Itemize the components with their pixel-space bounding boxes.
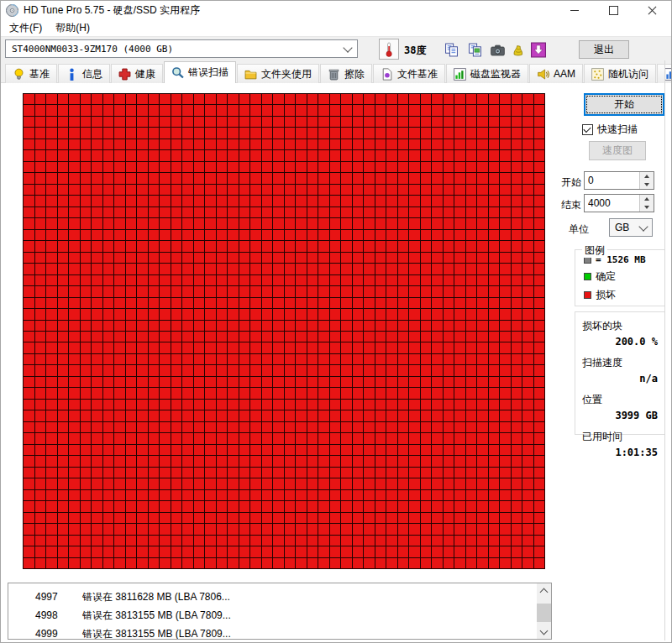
- scan-block: [522, 94, 533, 104]
- scan-block: [194, 185, 205, 195]
- scan-block: [330, 524, 341, 534]
- scan-block: [421, 468, 432, 478]
- minimize-icon: [570, 10, 579, 11]
- scan-block: [92, 230, 102, 240]
- scan-block: [341, 422, 352, 432]
- scan-block: [35, 105, 46, 115]
- scan-block: [341, 196, 352, 206]
- scan-block: [103, 400, 114, 410]
- tab-folder-usage[interactable]: 文件夹使用: [237, 64, 319, 83]
- copy-text-button[interactable]: [441, 40, 461, 60]
- scan-block: [296, 207, 307, 217]
- scan-block: [194, 501, 205, 511]
- scan-block: [273, 128, 284, 138]
- scan-block: [534, 321, 545, 331]
- scan-block: [160, 365, 171, 375]
- tab-benchmark[interactable]: 基准: [5, 64, 57, 83]
- scan-block: [262, 546, 273, 557]
- tab-aam[interactable]: AAM: [529, 64, 583, 83]
- close-button[interactable]: [633, 1, 671, 19]
- scan-block: [353, 433, 364, 443]
- scan-block: [160, 354, 171, 364]
- scroll-up-button[interactable]: [537, 583, 551, 598]
- scan-block: [273, 410, 284, 421]
- update-button[interactable]: [528, 40, 549, 60]
- drive-select[interactable]: ST4000NM0033-9ZM170 (4000 GB): [5, 39, 358, 58]
- unit-dropdown[interactable]: GB: [609, 218, 653, 237]
- log-scrollbar[interactable]: [537, 583, 551, 639]
- temperature-button[interactable]: [379, 39, 399, 60]
- random-access-icon: [591, 68, 604, 81]
- exit-button[interactable]: 退出: [579, 40, 629, 59]
- donate-button[interactable]: [508, 40, 528, 60]
- scan-block: [273, 207, 284, 217]
- menu-file[interactable]: 文件(F): [3, 19, 49, 37]
- screenshot-button[interactable]: [487, 40, 507, 60]
- scan-block: [330, 321, 341, 331]
- scan-block: [58, 445, 69, 455]
- scan-block: [58, 275, 69, 285]
- scan-block: [330, 501, 341, 511]
- scan-block: [285, 456, 296, 466]
- scan-block: [296, 321, 307, 331]
- scan-block: [489, 524, 500, 534]
- scan-block: [386, 354, 397, 364]
- scan-grid[interactable]: [23, 93, 545, 569]
- spin-down-button[interactable]: [640, 180, 654, 189]
- speed-map-button[interactable]: 速度图: [589, 141, 646, 160]
- scan-block: [285, 513, 296, 523]
- start-position-input[interactable]: [585, 172, 639, 189]
- tab-random-access[interactable]: 随机访问: [584, 64, 656, 83]
- maximize-button[interactable]: [594, 1, 633, 19]
- scan-block: [103, 478, 114, 489]
- spin-down-button[interactable]: [640, 203, 654, 212]
- log-row[interactable]: 4997错误在 3811628 MB (LBA 7806...: [8, 588, 537, 606]
- scan-block: [171, 128, 182, 138]
- scan-block: [137, 365, 148, 375]
- tab-file-benchmark[interactable]: 文件基准: [373, 64, 445, 83]
- scan-block: [454, 230, 465, 240]
- scroll-down-button[interactable]: [537, 625, 551, 639]
- tab-erase[interactable]: 擦除: [320, 64, 372, 83]
- info-icon: [66, 68, 78, 81]
- scan-block: [250, 433, 261, 443]
- extra-tests-icon: [664, 68, 672, 81]
- quick-scan-checkbox[interactable]: [582, 124, 593, 135]
- scan-block: [330, 173, 341, 183]
- tab-error-scan[interactable]: 错误扫描: [164, 61, 236, 83]
- scan-block: [58, 478, 69, 489]
- spin-up-button[interactable]: [640, 195, 654, 203]
- scrollbar-thumb[interactable]: [537, 604, 551, 622]
- start-scan-button[interactable]: 开始: [584, 93, 664, 116]
- scan-block: [58, 264, 69, 274]
- log-row[interactable]: 4999错误在 3813155 MB (LBA 7809...: [8, 625, 537, 639]
- copy-image-button[interactable]: [465, 40, 485, 60]
- scan-block: [58, 377, 69, 387]
- scan-block: [444, 558, 454, 568]
- tab-info[interactable]: 信息: [58, 64, 110, 83]
- scan-block: [217, 546, 228, 557]
- scan-block: [24, 433, 34, 443]
- scan-block: [489, 501, 500, 511]
- tab-health[interactable]: 健康: [111, 64, 163, 83]
- spin-up-button[interactable]: [640, 172, 654, 180]
- scan-block: [92, 365, 102, 375]
- scan-block: [171, 162, 182, 172]
- scan-block: [432, 230, 443, 240]
- log-row[interactable]: 4998错误在 3813155 MB (LBA 7809...: [8, 606, 537, 625]
- scan-block: [69, 185, 80, 195]
- scan-block: [228, 478, 239, 489]
- minimize-button[interactable]: [555, 1, 594, 19]
- tab-disk-monitor[interactable]: 磁盘监视器: [446, 64, 528, 83]
- scan-block: [273, 490, 284, 500]
- scan-block: [522, 298, 533, 308]
- scan-block: [375, 275, 386, 285]
- menu-help[interactable]: 帮助(H): [49, 19, 97, 37]
- scan-block: [318, 105, 329, 115]
- scan-block: [364, 94, 375, 104]
- scan-block: [182, 264, 193, 274]
- end-position-input[interactable]: [585, 195, 639, 212]
- scan-block: [364, 524, 375, 534]
- scan-block: [160, 150, 171, 160]
- scan-block: [92, 501, 102, 511]
